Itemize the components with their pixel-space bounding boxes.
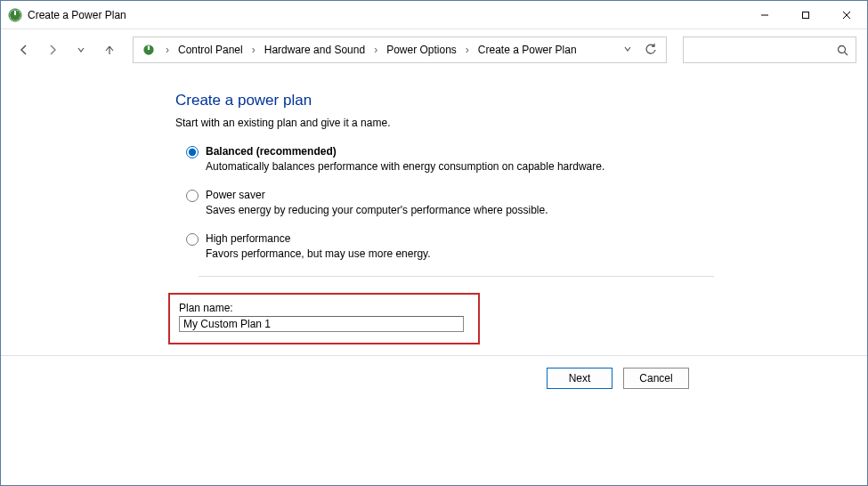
footer-buttons: Next Cancel — [1, 356, 867, 401]
content-area: Create a power plan Start with an existi… — [1, 70, 867, 485]
chevron-right-icon: › — [248, 44, 259, 56]
page-title: Create a power plan — [175, 92, 714, 109]
page-subtitle: Start with an existing plan and give it … — [175, 117, 714, 129]
breadcrumb-item[interactable]: Create a Power Plan — [475, 42, 580, 58]
navigation-row: › Control Panel › Hardware and Sound › P… — [1, 29, 867, 70]
recent-locations-button[interactable] — [69, 37, 93, 62]
window-controls — [744, 1, 867, 29]
plan-label: Power saver — [206, 189, 548, 201]
control-panel-icon — [141, 42, 157, 58]
search-input[interactable] — [683, 36, 856, 63]
breadcrumb-item[interactable]: Control Panel — [174, 42, 247, 58]
titlebar: Create a Power Plan — [1, 1, 867, 29]
chevron-right-icon: › — [162, 44, 173, 56]
maximize-button[interactable] — [785, 1, 826, 29]
plan-name-label: Plan name: — [179, 302, 469, 314]
next-button[interactable]: Next — [547, 368, 612, 389]
power-plan-icon — [8, 8, 22, 22]
svg-rect-4 — [803, 12, 809, 18]
close-button[interactable] — [826, 1, 867, 29]
plan-description: Favors performance, but may use more ene… — [206, 247, 431, 260]
up-button[interactable] — [97, 37, 122, 62]
divider — [199, 276, 714, 277]
breadcrumb-item[interactable]: Power Options — [383, 42, 460, 58]
plan-option-power-saver[interactable]: Power saver Saves energy by reducing you… — [186, 189, 714, 216]
plan-option-high-performance[interactable]: High performance Favors performance, but… — [186, 232, 714, 260]
svg-rect-8 — [148, 46, 150, 51]
svg-line-10 — [845, 52, 848, 55]
radio-input[interactable] — [186, 233, 199, 246]
chevron-down-icon[interactable] — [618, 44, 637, 56]
radio-input[interactable] — [186, 146, 199, 158]
plan-name-input[interactable] — [179, 316, 464, 332]
window-title: Create a Power Plan — [28, 9, 126, 21]
plan-label: High performance — [206, 232, 431, 245]
svg-point-9 — [839, 45, 846, 53]
forward-button[interactable] — [40, 37, 65, 62]
chevron-right-icon: › — [462, 44, 473, 56]
refresh-icon[interactable] — [639, 43, 662, 58]
cancel-button[interactable]: Cancel — [623, 368, 689, 389]
plan-description: Automatically balances performance with … — [206, 160, 604, 173]
breadcrumb[interactable]: › Control Panel › Hardware and Sound › P… — [133, 36, 667, 63]
search-icon — [837, 45, 848, 56]
radio-input[interactable] — [186, 190, 199, 202]
back-button[interactable] — [12, 37, 37, 62]
plan-label: Balanced (recommended) — [206, 145, 604, 158]
plan-description: Saves energy by reducing your computer's… — [206, 204, 548, 216]
breadcrumb-item[interactable]: Hardware and Sound — [261, 42, 369, 58]
chevron-right-icon: › — [370, 44, 381, 56]
svg-rect-1 — [14, 11, 16, 15]
minimize-button[interactable] — [744, 1, 785, 29]
plan-option-balanced[interactable]: Balanced (recommended) Automatically bal… — [186, 145, 714, 173]
plan-radio-group: Balanced (recommended) Automatically bal… — [186, 145, 714, 260]
plan-name-section: Plan name: — [168, 293, 480, 344]
